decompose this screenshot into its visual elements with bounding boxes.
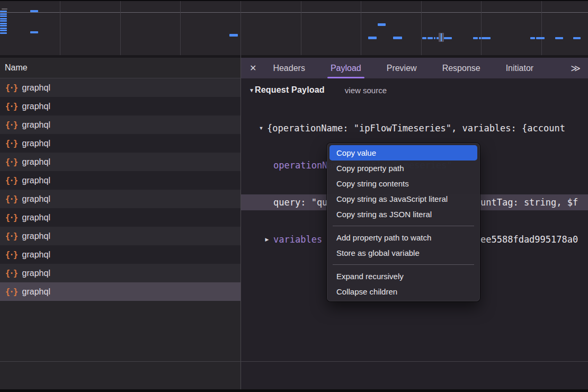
request-name: graphql — [22, 250, 50, 260]
request-list: {·} graphql {·} graphql {·} graphql {·} … — [0, 78, 240, 389]
overview-request-bar — [0, 20, 7, 22]
overview-gridline — [361, 0, 361, 55]
status-bar-divider — [0, 361, 588, 362]
tab-label: Preview — [387, 64, 417, 73]
request-row[interactable]: {·} graphql — [0, 264, 240, 282]
overview-request-bar — [0, 28, 7, 29]
overview-request-bar — [427, 37, 433, 39]
json-braces-icon: {·} — [5, 157, 17, 167]
menu-separator — [333, 226, 474, 226]
request-name: graphql — [22, 83, 50, 93]
menu-item-copy-value[interactable]: Copy value — [329, 145, 477, 161]
request-row[interactable]: {·} graphql — [0, 115, 240, 134]
menu-item-add-property-path-to-watch[interactable]: Add property path to watch — [327, 230, 480, 245]
request-name: graphql — [22, 157, 50, 167]
view-source-link[interactable]: view source — [345, 86, 387, 95]
json-braces-icon: {·} — [5, 120, 17, 130]
request-row[interactable]: {·} graphql — [0, 78, 240, 97]
request-name: graphql — [22, 231, 50, 241]
menu-item-copy-string-as-javascript-literal[interactable]: Copy string as JavaScript literal — [327, 191, 480, 207]
close-icon[interactable]: ✕ — [250, 63, 256, 73]
request-name: graphql — [22, 269, 50, 278]
json-braces-icon: {·} — [5, 231, 17, 241]
property-key: variables — [273, 234, 322, 245]
menu-item-copy-property-path[interactable]: Copy property path — [327, 161, 480, 176]
query-key-and-start: query: "qu — [273, 197, 327, 208]
overview-request-bar — [393, 37, 402, 39]
overview-request-bar — [30, 10, 38, 12]
request-name: graphql — [22, 213, 50, 222]
tab-label: Headers — [273, 64, 305, 73]
json-braces-icon: {·} — [5, 269, 17, 278]
overview-request-bar — [0, 23, 7, 24]
tab-preview[interactable]: Preview — [387, 58, 417, 78]
json-braces-icon: {·} — [5, 83, 17, 93]
json-braces-icon: {·} — [5, 287, 17, 297]
request-row[interactable]: {·} graphql — [0, 153, 240, 171]
json-braces-icon: {·} — [5, 250, 17, 260]
menu-item-copy-string-contents[interactable]: Copy string contents — [327, 176, 480, 191]
overview-lane-divider — [0, 12, 588, 13]
query-value-tail: untTag: string, $f — [480, 197, 578, 208]
variables-preview-tail: ee5588fdad995178a0 — [480, 234, 578, 245]
request-row[interactable]: {·} graphql — [0, 134, 240, 153]
context-menu: Copy valueCopy property pathCopy string … — [327, 143, 480, 301]
overview-grey-bar — [2, 8, 7, 10]
name-column-header[interactable]: Name — [0, 55, 240, 78]
more-tabs-icon[interactable]: ≫ — [571, 63, 581, 74]
overview-gridline — [240, 0, 241, 55]
menu-item-copy-string-as-json-literal[interactable]: Copy string as JSON literal — [327, 207, 480, 222]
request-row[interactable]: {·} graphql — [0, 245, 240, 264]
expand-triangle-icon[interactable]: ▶ — [263, 237, 271, 242]
json-braces-icon: {·} — [5, 139, 17, 148]
overview-request-bar — [573, 37, 581, 39]
overview-request-bar — [555, 37, 563, 39]
payload-preview-row[interactable]: ▼ {operationName: "ipFlowTimeseries", va… — [241, 120, 588, 136]
request-row[interactable]: {·} graphql — [0, 97, 240, 115]
overview-request-bar — [368, 37, 377, 39]
tab-label: Response — [442, 64, 480, 73]
tab-label: Initiator — [506, 64, 533, 73]
json-braces-icon: {·} — [5, 176, 17, 185]
overview-request-bar — [229, 34, 238, 37]
overview-request-bar — [0, 11, 7, 12]
overview-request-bar — [536, 37, 545, 39]
window-bottom-edge — [0, 389, 588, 392]
tab-label: Payload — [331, 64, 361, 73]
menu-item-expand-recursively[interactable]: Expand recursively — [327, 269, 480, 284]
tab-response[interactable]: Response — [442, 58, 480, 78]
request-row[interactable]: {·} graphql — [0, 208, 240, 227]
request-row[interactable]: {·} graphql — [0, 282, 240, 301]
request-row[interactable]: {·} graphql — [0, 227, 240, 245]
overview-request-bar — [479, 37, 481, 39]
name-column-label: Name — [5, 63, 28, 73]
overview-gridline — [120, 0, 121, 55]
menu-item-collapse-children[interactable]: Collapse children — [327, 284, 480, 299]
window-top-edge — [0, 0, 588, 1]
overview-request-bar — [30, 31, 38, 33]
json-braces-icon: {·} — [5, 102, 17, 111]
request-name: graphql — [22, 194, 50, 204]
network-overview-timeline[interactable] — [0, 0, 588, 55]
request-row[interactable]: {·} graphql — [0, 171, 240, 190]
tab-headers[interactable]: Headers — [273, 58, 305, 78]
overview-request-bar — [444, 37, 452, 39]
overview-request-bar — [378, 23, 386, 26]
overview-marker-line — [441, 33, 442, 41]
json-braces-icon: {·} — [5, 194, 17, 204]
overview-request-bar — [0, 30, 7, 31]
overview-request-bar — [0, 15, 7, 17]
request-name: graphql — [22, 120, 50, 130]
menu-item-store-as-global-variable[interactable]: Store as global variable — [327, 245, 480, 261]
collapse-triangle-icon[interactable]: ▼ — [249, 87, 254, 93]
overview-request-bar — [482, 37, 491, 39]
request-row[interactable]: {·} graphql — [0, 190, 240, 208]
overview-request-bar — [0, 13, 7, 15]
tab-initiator[interactable]: Initiator — [506, 58, 533, 78]
tab-payload[interactable]: Payload — [331, 58, 361, 78]
collapse-triangle-icon[interactable]: ▼ — [257, 126, 265, 131]
overview-request-bar — [530, 37, 535, 39]
overview-gridline — [180, 0, 181, 55]
menu-separator — [333, 264, 474, 265]
section-title: Request Payload — [255, 85, 325, 95]
